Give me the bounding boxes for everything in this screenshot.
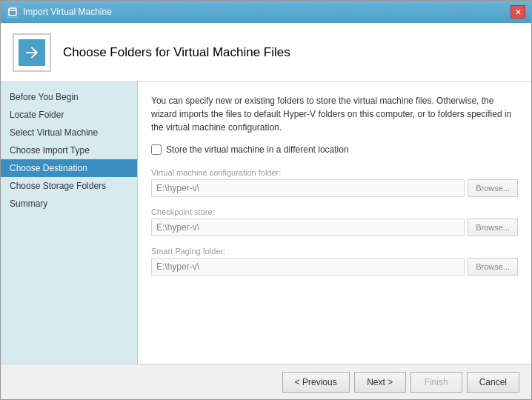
main-window: Import Virtual Machine ✕ Choose Folders … [0, 0, 532, 400]
header-title: Choose Folders for Virtual Machine Files [63, 45, 290, 60]
store-different-label: Store the virtual machine in a different… [166, 144, 349, 155]
smart-paging-section: Smart Paging folder: Browse... [151, 247, 518, 276]
sidebar-item-select-virtual-machine[interactable]: Select Virtual Machine [1, 124, 137, 141]
store-different-checkbox[interactable] [151, 144, 162, 155]
title-bar-left: Import Virtual Machine [7, 6, 112, 18]
previous-button[interactable]: < Previous [282, 372, 350, 393]
checkpoint-input-row: Browse... [151, 219, 518, 236]
header-icon [13, 33, 51, 72]
sidebar-item-choose-import-type[interactable]: Choose Import Type [1, 141, 137, 159]
smart-paging-input-row: Browse... [151, 258, 518, 276]
close-button[interactable]: ✕ [511, 5, 525, 19]
checkpoint-section: Checkpoint store: Browse... [151, 207, 518, 236]
next-button[interactable]: Next > [354, 372, 406, 393]
footer: < Previous Next > Finish Cancel [1, 364, 531, 399]
sidebar-item-before-you-begin[interactable]: Before You Begin [1, 88, 137, 106]
arrow-icon [19, 39, 45, 66]
cancel-button[interactable]: Cancel [467, 372, 519, 393]
smart-paging-label: Smart Paging folder: [151, 247, 518, 256]
checkpoint-browse-button[interactable]: Browse... [468, 219, 518, 236]
checkpoint-input[interactable] [151, 219, 465, 236]
vm-config-input[interactable] [151, 179, 465, 197]
finish-button[interactable]: Finish [410, 372, 462, 393]
header-area: Choose Folders for Virtual Machine Files [1, 23, 531, 82]
vm-config-label: Virtual machine configuration folder: [151, 168, 518, 177]
vm-config-browse-button[interactable]: Browse... [468, 179, 518, 197]
checkpoint-label: Checkpoint store: [151, 207, 518, 216]
checkbox-row[interactable]: Store the virtual machine in a different… [151, 144, 518, 155]
sidebar-item-locate-folder[interactable]: Locate Folder [1, 106, 137, 124]
sidebar-item-choose-destination[interactable]: Choose Destination [1, 159, 137, 177]
description-text: You can specify new or existing folders … [151, 94, 518, 134]
smart-paging-browse-button[interactable]: Browse... [468, 258, 518, 276]
content-area: Before You BeginLocate FolderSelect Virt… [1, 82, 531, 364]
main-panel: You can specify new or existing folders … [138, 82, 531, 364]
vm-config-input-row: Browse... [151, 179, 518, 197]
svg-rect-0 [9, 8, 16, 16]
window-icon [7, 6, 19, 18]
sidebar-item-summary[interactable]: Summary [1, 195, 137, 213]
window-title: Import Virtual Machine [23, 7, 112, 17]
title-bar: Import Virtual Machine ✕ [1, 1, 531, 23]
smart-paging-input[interactable] [151, 258, 465, 276]
sidebar-item-choose-storage-folders[interactable]: Choose Storage Folders [1, 177, 137, 195]
vm-config-section: Virtual machine configuration folder: Br… [151, 168, 518, 197]
sidebar: Before You BeginLocate FolderSelect Virt… [1, 82, 138, 364]
